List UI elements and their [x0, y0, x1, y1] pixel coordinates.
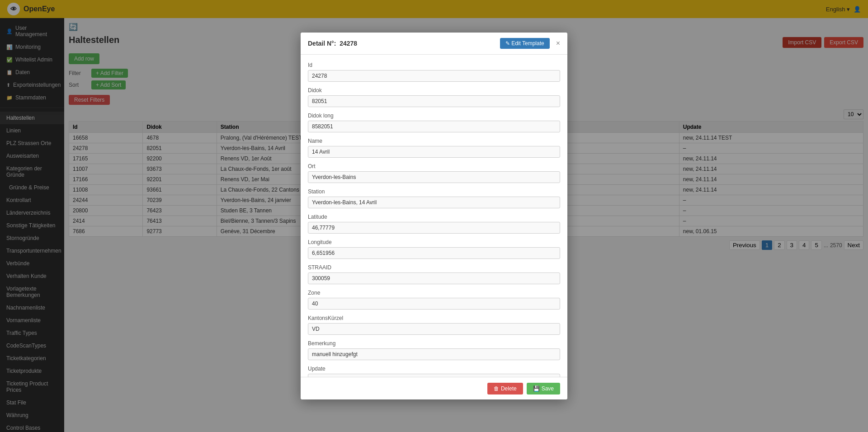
field-didok: Didok	[308, 87, 560, 107]
field-latitude: Latitude	[308, 214, 560, 234]
field-name-label: Name	[308, 138, 560, 144]
field-bemerkung-input[interactable]	[308, 348, 560, 360]
field-straaid: STRAAID	[308, 264, 560, 284]
field-ort: Ort	[308, 163, 560, 183]
modal-title: Detail N°: 24278	[308, 40, 357, 47]
modal-detail-number: 24278	[340, 40, 357, 47]
field-straaid-label: STRAAID	[308, 264, 560, 271]
field-name-input[interactable]	[308, 146, 560, 158]
save-icon: 💾	[533, 385, 540, 391]
save-button[interactable]: 💾 Save	[527, 382, 560, 394]
field-didok-input[interactable]	[308, 95, 560, 107]
field-id: Id	[308, 62, 560, 82]
field-station-label: Station	[308, 188, 560, 195]
modal-footer: 🗑 Delete 💾 Save	[301, 376, 567, 399]
field-id-input[interactable]	[308, 70, 560, 82]
edit-template-button[interactable]: ✎ Edit Template	[500, 38, 550, 49]
field-kantonskurzel-input[interactable]	[308, 323, 560, 335]
delete-button[interactable]: 🗑 Delete	[487, 382, 523, 394]
trash-icon: 🗑	[494, 385, 499, 391]
field-kantonskurzel: KantonsKürzel	[308, 315, 560, 335]
field-kantonskurzel-label: KantonsKürzel	[308, 315, 560, 321]
field-bemerkung: Bemerkung	[308, 340, 560, 360]
modal-overlay[interactable]: Detail N°: 24278 ✎ Edit Template × Id Di…	[0, 0, 868, 432]
field-id-label: Id	[308, 62, 560, 68]
field-didok-long-input[interactable]	[308, 121, 560, 132]
field-bemerkung-label: Bemerkung	[308, 340, 560, 347]
field-longitude-input[interactable]	[308, 247, 560, 259]
field-zone-input[interactable]	[308, 298, 560, 310]
field-station-input[interactable]	[308, 197, 560, 208]
field-station: Station	[308, 188, 560, 208]
field-zone: Zone	[308, 290, 560, 310]
field-didok-long-label: Didok long	[308, 113, 560, 119]
field-update-label: Update	[308, 366, 560, 372]
detail-modal: Detail N°: 24278 ✎ Edit Template × Id Di…	[301, 33, 567, 400]
field-ort-label: Ort	[308, 163, 560, 169]
modal-header: Detail N°: 24278 ✎ Edit Template ×	[301, 33, 567, 55]
field-ort-input[interactable]	[308, 171, 560, 183]
field-latitude-input[interactable]	[308, 222, 560, 234]
field-latitude-label: Latitude	[308, 214, 560, 220]
field-zone-label: Zone	[308, 290, 560, 296]
field-didok-long: Didok long	[308, 113, 560, 132]
modal-close-button[interactable]: ×	[556, 39, 560, 47]
field-longitude: Longitude	[308, 239, 560, 259]
save-label: Save	[542, 385, 554, 391]
modal-body: Id Didok Didok long Name Ort Station	[301, 55, 567, 400]
field-didok-label: Didok	[308, 87, 560, 94]
field-straaid-input[interactable]	[308, 272, 560, 284]
field-name: Name	[308, 138, 560, 158]
field-longitude-label: Longitude	[308, 239, 560, 245]
delete-label: Delete	[501, 385, 517, 391]
